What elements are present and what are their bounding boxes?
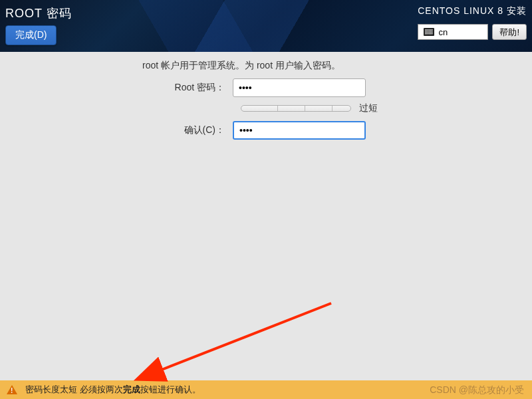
watermark: CSDN @陈总攻的小受 [430,384,524,396]
installer-title: CENTOS LINUX 8 安装 [418,5,527,17]
title-section: ROOT 密码 完成(D) [5,5,72,45]
password-strength-meter [241,105,351,112]
warning-icon [7,385,17,394]
help-button[interactable]: 帮助! [492,24,527,40]
warning-suffix: 按钮进行确认。 [140,384,201,394]
warning-bold: 完成 [123,384,140,394]
warning-text: 密码长度太短 必须按两次完成按钮进行确认。 [25,384,201,396]
content-area: root 帐户用于管理系统。为 root 用户输入密码。 Root 密码： 过短… [0,52,532,153]
instruction-text: root 帐户用于管理系统。为 root 用户输入密码。 [142,60,512,72]
header-right: CENTOS LINUX 8 安装 cn 帮助! [418,5,527,40]
warning-prefix: 密码长度太短 必须按两次 [25,384,123,394]
done-button[interactable]: 完成(D) [5,25,57,45]
confirm-row: 确认(C)： [20,121,512,140]
keyboard-icon [424,28,434,36]
svg-line-1 [158,303,331,371]
strength-row: 过短 [241,102,512,114]
keyboard-layout-selector[interactable]: cn [418,24,488,40]
root-password-input[interactable] [233,78,366,97]
confirm-password-input[interactable] [233,121,366,140]
strength-label: 过短 [359,102,378,114]
page-title: ROOT 密码 [5,5,72,21]
header-bar: ROOT 密码 完成(D) CENTOS LINUX 8 安装 cn 帮助! [0,0,532,52]
confirm-label: 确认(C)： [20,124,233,136]
lang-help-row: cn 帮助! [418,24,527,40]
password-label: Root 密码： [20,82,233,94]
keyboard-layout-code: cn [438,27,448,37]
password-row: Root 密码： [20,78,512,97]
